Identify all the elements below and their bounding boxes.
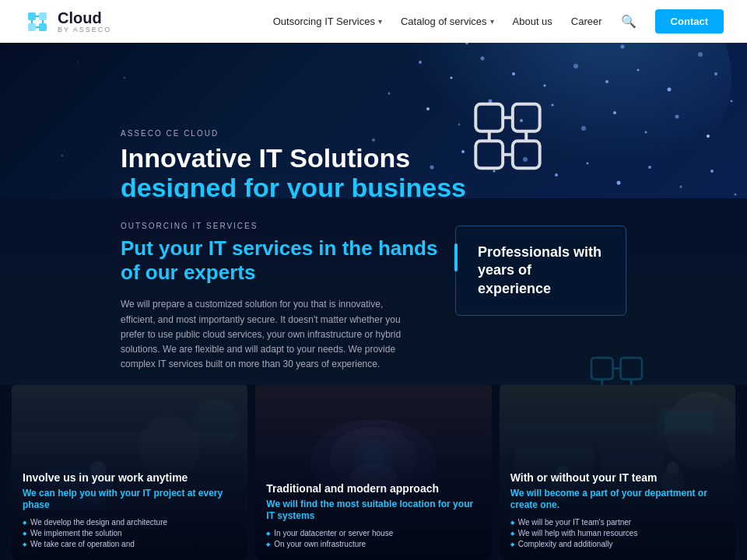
card-involve: Involve us in your work anytime We can h…	[12, 385, 247, 560]
list-item: Complexity and additionally	[510, 540, 724, 548]
svg-point-25	[573, 64, 578, 68]
hero-title: Innovative IT Solutions designed for you…	[121, 144, 466, 202]
svg-point-35	[552, 104, 554, 107]
list-item: In your datacenter or server house	[266, 529, 480, 537]
navigation: Cloud by asseco Outsorcing IT Services ▾…	[0, 0, 747, 43]
quote-box: Professionals with years of experience	[455, 226, 626, 316]
svg-point-19	[698, 52, 703, 57]
list-item: We implement the solution	[23, 529, 237, 537]
svg-point-21	[451, 77, 453, 79]
cards-section: Involve us in your work anytime We can h…	[0, 385, 747, 560]
svg-point-49	[587, 163, 589, 165]
svg-point-55	[124, 77, 126, 79]
card3-bullets: We will be your IT team's partner We wil…	[510, 518, 724, 548]
card2-subtitle: We will find the most suitable location …	[266, 499, 480, 523]
svg-point-26	[605, 80, 608, 83]
svg-point-37	[613, 111, 616, 114]
svg-point-39	[675, 115, 679, 119]
logo[interactable]: Cloud by asseco	[23, 8, 111, 36]
svg-rect-0	[28, 12, 36, 20]
svg-point-27	[637, 69, 640, 72]
svg-rect-62	[513, 141, 540, 168]
svg-point-38	[645, 131, 647, 134]
nav-item-outsourcing[interactable]: Outsorcing IT Services ▾	[273, 16, 382, 27]
list-item: On your own infrastructure	[266, 540, 480, 548]
svg-point-36	[581, 126, 586, 131]
list-item: We will help with human resources	[510, 529, 724, 537]
svg-rect-2	[28, 23, 36, 31]
svg-point-53	[710, 170, 714, 173]
svg-point-32	[458, 124, 461, 126]
card-iteam: With or without your IT team We will bec…	[500, 385, 735, 560]
svg-point-54	[735, 194, 737, 196]
svg-rect-61	[475, 141, 503, 168]
nav-item-catalog[interactable]: Catalog of services ▾	[401, 16, 494, 27]
logo-text: Cloud	[58, 10, 111, 26]
card1-title: Involve us in your work anytime	[23, 471, 237, 485]
svg-point-40	[707, 135, 710, 138]
outsourcing-section: OUTSORCING IT SERVICES Put your IT servi…	[0, 198, 747, 393]
svg-rect-3	[39, 23, 47, 31]
card3-subtitle: We will become a part of your department…	[510, 488, 724, 512]
list-item: We will be your IT team's partner	[510, 518, 724, 527]
svg-rect-59	[475, 104, 503, 131]
svg-point-56	[61, 155, 64, 157]
svg-point-52	[680, 186, 682, 188]
svg-point-22	[481, 57, 485, 61]
hero-eyebrow: ASSECO CE CLOUD	[121, 129, 466, 138]
svg-rect-67	[591, 358, 613, 380]
chevron-down-icon: ▾	[378, 17, 382, 26]
card2-title: Traditional and modern approach	[266, 481, 480, 495]
section2-body: We will prepare a customized solution fo…	[121, 297, 416, 372]
contact-button[interactable]: Contact	[655, 9, 724, 33]
logo-icon	[23, 8, 51, 36]
svg-point-23	[512, 72, 515, 75]
svg-point-29	[714, 72, 717, 75]
svg-point-50	[617, 181, 621, 185]
quote-bar	[454, 243, 458, 271]
list-item: We develop the design and architecture	[23, 518, 237, 527]
search-icon[interactable]: 🔍	[621, 14, 637, 29]
list-item: We take care of operation and	[23, 540, 237, 548]
svg-rect-1	[39, 12, 47, 20]
svg-point-16	[621, 45, 625, 49]
svg-point-48	[555, 173, 558, 177]
chevron-down-icon: ▾	[490, 17, 494, 26]
card1-subtitle: We can help you with your IT project at …	[23, 488, 237, 512]
svg-rect-68	[621, 358, 643, 380]
svg-point-28	[668, 88, 672, 92]
svg-point-20	[419, 61, 422, 64]
card2-bullets: In your datacenter or server house On yo…	[266, 529, 480, 548]
card1-content: Involve us in your work anytime We can h…	[12, 461, 247, 560]
svg-point-24	[544, 85, 546, 87]
quote-text: Professionals with years of experience	[478, 243, 604, 298]
svg-point-31	[426, 107, 430, 110]
svg-point-57	[77, 61, 79, 63]
nav-item-about[interactable]: About us	[513, 16, 552, 27]
svg-point-51	[648, 166, 651, 169]
hero-content: ASSECO CE CLOUD Innovative IT Solutions …	[121, 129, 466, 202]
card-traditional: Traditional and modern approach We will …	[255, 385, 491, 560]
logo-sub: by asseco	[58, 26, 111, 33]
card2-content: Traditional and modern approach We will …	[255, 472, 491, 560]
nav-links: Outsorcing IT Services ▾ Catalog of serv…	[273, 9, 724, 33]
nav-item-career[interactable]: Career	[571, 16, 602, 27]
svg-point-30	[388, 93, 391, 95]
card3-content: With or without your IT team We will bec…	[500, 461, 735, 560]
svg-rect-60	[513, 104, 540, 131]
svg-point-41	[731, 100, 733, 103]
hero-logo-large	[471, 100, 545, 173]
card3-title: With or without your IT team	[510, 471, 724, 485]
card1-bullets: We develop the design and architecture W…	[23, 518, 237, 548]
